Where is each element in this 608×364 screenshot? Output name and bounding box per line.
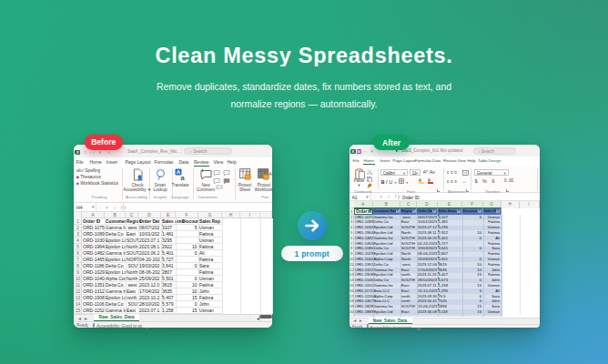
svg-text:a: a — [180, 174, 185, 181]
